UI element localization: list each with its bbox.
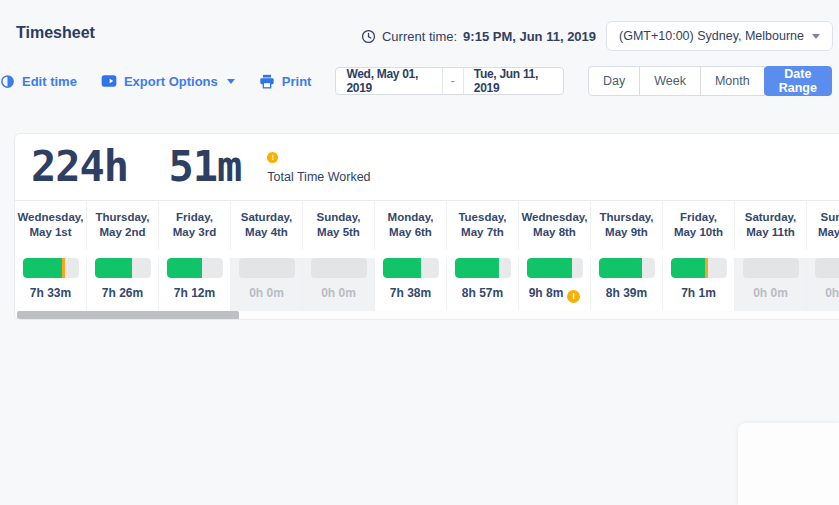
date-range-picker: Wed, May 01, 2019 - Tue, Jun 11, 2019 xyxy=(335,67,564,95)
day-time: 0h 0m xyxy=(231,286,302,300)
day-header: Saturday, May 4th xyxy=(231,200,303,249)
day-time: 0h 0m xyxy=(735,286,806,300)
day-time-text: 8h 39m xyxy=(606,286,647,300)
timezone-select[interactable]: (GMT+10:00) Sydney, Melbourne xyxy=(606,21,833,51)
print-button[interactable]: Print xyxy=(259,74,312,89)
day-body: 7h 33m xyxy=(15,258,87,311)
day-weekday: Sunday, xyxy=(821,210,839,225)
day-time: 7h 1m xyxy=(663,286,734,300)
day-time: 7h 12m xyxy=(159,286,230,300)
day-column: Friday, May 3rd 7h 12m xyxy=(159,200,231,311)
view-switcher: DayWeekMonthDate Range xyxy=(588,66,832,96)
view-button-date-range[interactable]: Date Range xyxy=(764,66,832,96)
day-time-text: 7h 38m xyxy=(390,286,431,300)
view-button-day[interactable]: Day xyxy=(588,66,640,96)
day-time-text: 0h 0m xyxy=(825,286,839,300)
view-button-month[interactable]: Month xyxy=(700,66,765,96)
day-header: Thursday, May 9th xyxy=(591,200,663,249)
print-label: Print xyxy=(282,74,312,89)
warning-icon[interactable]: ! xyxy=(267,152,278,163)
day-bar[interactable] xyxy=(23,258,79,278)
day-date: May 12th xyxy=(818,225,839,240)
day-bar[interactable] xyxy=(815,258,839,278)
day-header: Thursday, May 2nd xyxy=(87,200,159,249)
day-time-text: 7h 33m xyxy=(30,286,71,300)
day-date: May 5th xyxy=(317,225,360,240)
view-button-week[interactable]: Week xyxy=(639,66,701,96)
day-bar[interactable] xyxy=(671,258,727,278)
day-column: Thursday, May 2nd 7h 26m xyxy=(87,200,159,311)
day-bar-fill xyxy=(671,258,706,278)
day-time: 7h 38m xyxy=(375,286,446,300)
clock-icon xyxy=(361,29,376,44)
day-weekday: Friday, xyxy=(176,210,213,225)
scrollbar-thumb[interactable] xyxy=(17,311,239,320)
day-header: Monday, May 6th xyxy=(375,200,447,249)
day-date: May 10th xyxy=(674,225,723,240)
day-weekday: Saturday, xyxy=(745,210,797,225)
page-title: Timesheet xyxy=(16,24,95,42)
day-columns: Wednesday, May 1st 7h 33m Thursday, May … xyxy=(15,200,839,311)
day-date: May 2nd xyxy=(99,225,145,240)
current-time: Current time: 9:15 PM, Jun 11, 2019 xyxy=(361,29,596,44)
day-time: 0h 0m xyxy=(303,286,374,300)
day-date: May 1st xyxy=(29,225,71,240)
chevron-down-icon xyxy=(812,34,820,39)
day-time-text: 7h 12m xyxy=(174,286,215,300)
day-warning-icon[interactable]: ! xyxy=(567,290,580,303)
day-column: Saturday, May 11th 0h 0m xyxy=(735,200,807,311)
day-column: Sunday, May 12th 0h 0m xyxy=(807,200,839,311)
day-header: Friday, May 10th xyxy=(663,200,735,249)
day-time-text: 7h 26m xyxy=(102,286,143,300)
day-bar[interactable] xyxy=(599,258,655,278)
day-header: Tuesday, May 7th xyxy=(447,200,519,249)
day-time: 8h 57m xyxy=(447,286,518,300)
day-bar-fill xyxy=(383,258,421,278)
day-time-text: 0h 0m xyxy=(753,286,788,300)
day-time-text: 0h 0m xyxy=(321,286,356,300)
day-body: 0h 0m xyxy=(231,258,303,311)
day-column: Saturday, May 4th 0h 0m xyxy=(231,200,303,311)
edit-time-button[interactable]: Edit time xyxy=(0,74,77,89)
day-time-text: 9h 8m xyxy=(529,286,564,300)
day-header: Wednesday, May 1st xyxy=(15,200,87,249)
day-bar[interactable] xyxy=(311,258,367,278)
day-bar[interactable] xyxy=(455,258,511,278)
day-weekday: Thursday, xyxy=(599,210,653,225)
day-bar[interactable] xyxy=(95,258,151,278)
current-time-value: 9:15 PM, Jun 11, 2019 xyxy=(463,29,596,44)
day-time: 8h 39m xyxy=(591,286,662,300)
timezone-value: (GMT+10:00) Sydney, Melbourne xyxy=(619,29,804,43)
date-from-input[interactable]: Wed, May 01, 2019 xyxy=(336,68,441,94)
day-weekday: Thursday, xyxy=(95,210,149,225)
day-bar-fill xyxy=(167,258,203,278)
day-time-text: 8h 57m xyxy=(462,286,503,300)
day-columns-viewport: Wednesday, May 1st 7h 33m Thursday, May … xyxy=(15,200,839,311)
day-body: 8h 57m xyxy=(447,258,519,311)
day-column: Tuesday, May 7th 8h 57m xyxy=(447,200,519,311)
export-options-label: Export Options xyxy=(124,74,218,89)
day-bar[interactable] xyxy=(167,258,223,278)
day-bar[interactable] xyxy=(383,258,439,278)
day-header: Sunday, May 5th xyxy=(303,200,375,249)
day-date: May 11th xyxy=(746,225,795,240)
horizontal-scrollbar[interactable] xyxy=(15,311,839,320)
day-bar[interactable] xyxy=(239,258,295,278)
day-bar[interactable] xyxy=(527,258,583,278)
day-body: 7h 26m xyxy=(87,258,159,311)
day-time: 0h 0m xyxy=(807,286,839,300)
day-time: 9h 8m! xyxy=(519,286,590,303)
day-body: 0h 0m xyxy=(303,258,375,311)
day-bar[interactable] xyxy=(743,258,799,278)
day-date: May 9th xyxy=(605,225,648,240)
day-column: Wednesday, May 8th 9h 8m! xyxy=(519,200,591,311)
day-date: May 8th xyxy=(533,225,576,240)
day-body: 0h 0m xyxy=(807,258,839,311)
day-column: Monday, May 6th 7h 38m xyxy=(375,200,447,311)
date-to-input[interactable]: Tue, Jun 11, 2019 xyxy=(464,68,563,94)
edit-time-icon xyxy=(0,74,15,89)
day-weekday: Wednesday, xyxy=(521,210,587,225)
day-bar-fill xyxy=(455,258,500,278)
date-range-separator: - xyxy=(442,68,464,94)
export-options-button[interactable]: Export Options xyxy=(101,74,235,89)
